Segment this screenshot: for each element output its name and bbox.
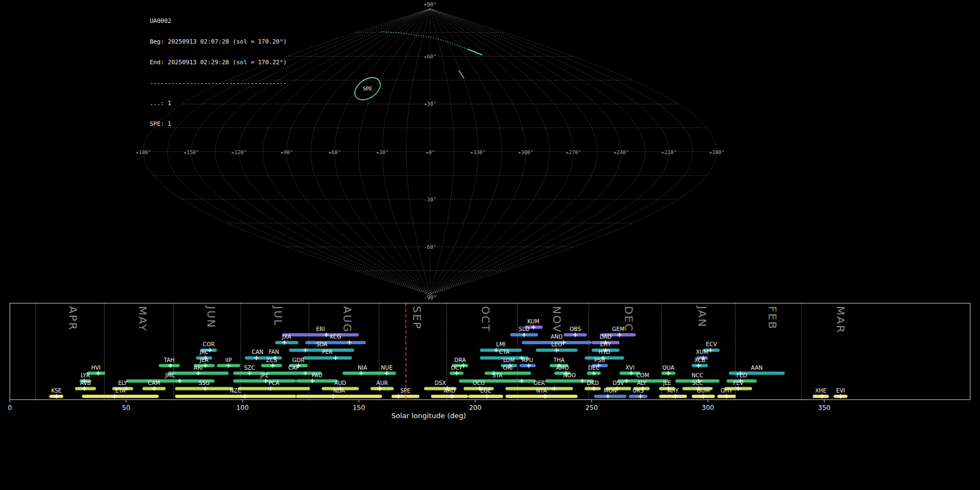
shower-code-DAD: DAD <box>599 334 611 340</box>
shower-bar-SPE <box>391 395 419 398</box>
x-tick-label: 350 <box>818 404 831 412</box>
latitude-label: +60° <box>424 53 437 59</box>
shower-code-PCA: PCA <box>268 380 279 386</box>
month-label-sep: SEP <box>411 306 424 329</box>
shower-code-PER: PER <box>322 349 333 355</box>
shower-code-OCU: OCU <box>473 380 485 386</box>
shower-code-NDA: NDA <box>333 388 345 394</box>
shower-bar-SDA <box>289 348 354 352</box>
shower-code-LUM: LUM <box>503 357 514 363</box>
shower-code-SCC: SCC <box>692 380 703 386</box>
shower-code-JEA: JEA <box>199 357 209 363</box>
shower-code-GUM: GUM <box>697 388 710 394</box>
shower-bar-AHY <box>659 395 687 398</box>
shower-code-AMO: AMO <box>556 365 568 371</box>
shower-code-JMC: JMC <box>165 372 176 378</box>
shower-bar-ORI <box>485 372 531 375</box>
shower-code-DKD: DKD <box>587 380 599 386</box>
figure-stage: +90°-90°+60°+30°-30°-60°+180°+150°+120°+… <box>0 0 980 490</box>
shower-code-AND: AND <box>550 334 562 340</box>
longitude-label: +180° <box>709 149 725 155</box>
longitude-label: +30° <box>376 149 389 155</box>
month-label-aug: AUG <box>341 306 354 333</box>
shower-code-OER: OER <box>534 380 545 386</box>
x-axis-title: Solar longitude (deg) <box>391 412 466 420</box>
shower-bar-NTA <box>505 395 578 398</box>
shower-code-JPE: JPE <box>260 372 268 378</box>
shower-code-DRA: DRA <box>455 357 466 363</box>
shower-code-STA: STA <box>492 372 503 378</box>
shower-code-NZC: NZC <box>230 388 241 394</box>
shower-code-COM: COM <box>636 372 649 378</box>
shower-code-ECV: ECV <box>706 341 717 347</box>
shower-code-JLE: JLE <box>663 380 671 386</box>
longitude-label: +60° <box>328 149 341 155</box>
shower-code-QUA: QUA <box>663 365 675 371</box>
month-label-jun: JUN <box>205 305 218 329</box>
shower-code-XCB: XCB <box>694 357 705 363</box>
shower-code-AVB: AVB <box>80 380 91 386</box>
shower-code-SSG: SSG <box>199 380 210 386</box>
spe-radiant-label: SPE <box>363 85 372 91</box>
shower-code-SZC: SZC <box>244 365 255 371</box>
pole-label-south: -90° <box>424 295 437 301</box>
shower-bar-MON <box>594 395 627 398</box>
shower-code-COR: COR <box>203 341 215 347</box>
sky-grid-meridian <box>358 9 430 295</box>
latitude-label: +30° <box>424 101 437 107</box>
shower-code-XUM: XUM <box>696 349 708 355</box>
longitude-label: +210° <box>661 149 677 155</box>
shower-code-ORI: ORI <box>503 365 513 371</box>
radiant-drift-path <box>381 32 482 55</box>
month-label-jul: JUL <box>272 305 285 327</box>
shower-bar-PCA <box>238 387 310 390</box>
shower-code-OCT: OCT <box>451 365 463 371</box>
shower-code-MON: MON <box>604 388 617 394</box>
shower-code-CAN: CAN <box>252 349 264 355</box>
shower-code-THA: THA <box>553 357 565 363</box>
end-time-line: End: 20250913 02:29:28 (sol = 170.22°) <box>150 59 287 66</box>
shower-code-SDA: SDA <box>316 341 327 347</box>
x-tick-label: 250 <box>585 404 598 412</box>
shower-code-SPE: SPE <box>400 388 411 394</box>
shower-code-JXA: JXA <box>281 334 291 340</box>
shower-code-AUR: AUR <box>376 380 388 386</box>
shower-code-LEO: LEO <box>552 341 562 347</box>
shower-code-JRC: JRC <box>199 349 209 355</box>
shower-code-FAN: FAN <box>269 349 279 355</box>
sporadic-meteor-track <box>459 71 464 78</box>
x-tick-label: 150 <box>353 404 365 412</box>
shower-code-HVI: HVI <box>91 365 100 371</box>
month-label-apr: APR <box>66 306 79 331</box>
longitude-label: +150° <box>183 149 199 155</box>
shower-code-SLD: SLD <box>519 326 530 332</box>
shower-code-NCC: NCC <box>691 372 703 378</box>
station-id: UA0002 <box>150 18 287 25</box>
shower-code-ZCS: ZCS <box>266 357 277 363</box>
longitude-label: +120° <box>231 149 247 155</box>
shower-code-URS: URS <box>633 388 644 394</box>
shower-code-AAN: AAN <box>751 365 762 371</box>
sky-grid-meridian <box>430 9 645 295</box>
longitude-label: +180° <box>136 149 151 155</box>
month-label-jan: JAN <box>696 305 709 328</box>
shower-code-ALY: ALY <box>637 380 647 386</box>
shower-code-KCG: KCG <box>330 334 341 340</box>
shower-bar-KCG <box>305 341 366 344</box>
shower-code-CAP: CAP <box>289 365 299 371</box>
latitude-label: -30° <box>424 197 437 203</box>
shower-bar-PER <box>303 356 352 359</box>
begin-time-line: Beg: 20250913 02:07:28 (sol = 170.20°) <box>150 39 287 46</box>
longitude-label: +300° <box>518 149 534 155</box>
shower-code-NUE: NUE <box>381 365 393 371</box>
shower-code-AHY: AHY <box>667 388 679 394</box>
shower-code-IIP: IIP <box>225 357 232 363</box>
month-label-oct: OCT <box>479 306 492 332</box>
spe-meteor-track <box>468 49 482 55</box>
shower-code-FEV: FEV <box>733 380 743 386</box>
shower-code-LMI: LMI <box>496 341 505 347</box>
activity-timeline: APRMAYJUNJULAUGSEPOCTNOVDECJANFEBMARKUME… <box>8 303 970 420</box>
shower-code-RPU: RPU <box>522 357 533 363</box>
longitude-label: +270° <box>566 149 581 155</box>
shower-code-XHE: XHE <box>815 388 826 394</box>
